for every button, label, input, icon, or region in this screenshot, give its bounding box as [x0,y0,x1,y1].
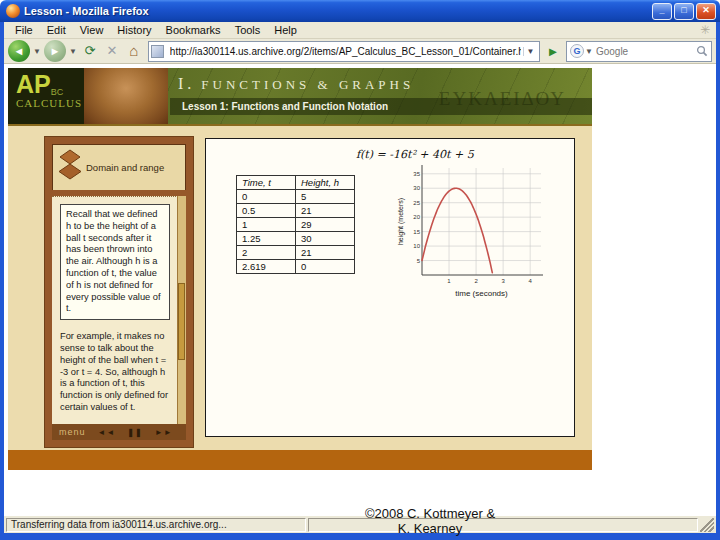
forward-dropdown-icon[interactable]: ▼ [69,47,77,56]
menu-bookmarks[interactable]: Bookmarks [159,23,228,37]
svg-text:1: 1 [447,278,451,284]
table-cell: 1 [237,218,296,232]
search-magnifier-icon[interactable] [696,45,708,57]
unit-number: I. [178,75,195,92]
lesson-sidebar: Domain and range Recall that we defined … [45,137,193,447]
table-row: 129 [237,218,355,232]
euclid-portrait-image [84,68,168,126]
minimize-button[interactable]: _ [652,3,672,20]
svg-text:20: 20 [413,214,420,220]
svg-text:3: 3 [501,278,505,284]
table-row: 05 [237,190,355,204]
close-button[interactable]: ✕ [696,3,716,20]
search-engine-dropdown-icon[interactable]: ▼ [585,47,593,56]
function-formula: f(t) = -16t² + 40t + 5 [356,148,474,161]
slide: Lesson - Mozilla Firefox _ □ ✕ FileEditV… [0,0,720,540]
table-cell: 30 [296,232,355,246]
logo-calculus-text: CALCULUS [16,97,84,109]
table-cell: 1.25 [237,232,296,246]
table-row: 0.521 [237,204,355,218]
svg-text:35: 35 [413,171,420,177]
window-titlebar: Lesson - Mozilla Firefox _ □ ✕ [0,0,720,22]
unit-title: I.FUNCTIONS & GRAPHS [178,75,414,93]
copyright-overlay: ©2008 C. Kottmeyer & K. Kearney [290,506,570,536]
table-row: 221 [237,246,355,260]
home-button[interactable]: ⌂ [124,41,144,61]
table-cell: 29 [296,218,355,232]
svg-text:30: 30 [413,185,420,191]
stop-button[interactable]: ✕ [102,41,122,61]
svg-text:10: 10 [413,243,420,249]
sidebar-paragraph: Recall that we defined h to be the heigh… [60,204,170,320]
search-input[interactable] [594,45,696,58]
back-dropdown-icon[interactable]: ▼ [33,47,41,56]
resize-grip[interactable] [700,518,714,532]
svg-text:4: 4 [529,278,533,284]
menu-help[interactable]: Help [267,23,304,37]
flash-lesson-content: APBC CALCULUS I.FUNCTIONS & GRAPHS Lesso… [8,68,592,470]
height-graph: 51015202530351234time (seconds)height (m… [396,163,546,301]
table-cell: 21 [296,246,355,260]
forward-button[interactable]: ► [44,40,66,62]
sidebar-scrollbar[interactable] [177,196,186,424]
menu-file[interactable]: File [8,23,40,37]
main-content-panel: f(t) = -16t² + 40t + 5 Time, t Height, h… [205,138,575,437]
data-table: Time, t Height, h 050.5211291.25302212.6… [236,175,355,274]
table-cell: 5 [296,190,355,204]
copyright-line1: ©2008 C. Kottmeyer & [290,506,570,521]
reload-button[interactable]: ⟳ [80,41,100,61]
maximize-button[interactable]: □ [674,3,694,20]
menu-edit[interactable]: Edit [40,23,73,37]
url-dropdown-icon[interactable]: ▼ [523,47,537,56]
url-bar[interactable]: ▼ [148,41,540,62]
svg-text:5: 5 [417,258,421,264]
table-header-time: Time, t [237,176,296,190]
pause-button[interactable]: ❚❚ [127,428,142,437]
lesson-header-banner: APBC CALCULUS I.FUNCTIONS & GRAPHS Lesso… [8,68,592,126]
window-border-right [716,22,720,533]
svg-text:25: 25 [413,200,420,206]
go-button[interactable]: ► [544,44,562,59]
svg-text:time (seconds): time (seconds) [455,289,508,298]
player-control-bar: menu ◄◄ ❚❚ ►► [52,424,186,440]
abacus-bead-icon [58,149,82,185]
firefox-icon [6,4,20,18]
menu-bar: FileEditViewHistoryBookmarksToolsHelp✳ [4,22,716,39]
sidebar-paragraph: For example, it makes no sense to talk a… [60,331,170,414]
search-bar[interactable]: G ▼ [566,41,712,62]
scrollbar-thumb[interactable] [178,283,185,361]
forward-play-button[interactable]: ►► [155,428,173,437]
page-favicon [151,45,164,58]
navigation-toolbar: ◄ ▼ ► ▼ ⟳ ✕ ⌂ ▼ ► G ▼ [4,39,716,64]
table-cell: 0 [296,260,355,274]
unit-name: FUNCTIONS & GRAPHS [201,77,414,92]
window-title: Lesson - Mozilla Firefox [24,5,652,17]
menu-view[interactable]: View [73,23,111,37]
sidebar-topic-header: Domain and range [52,144,186,196]
table-cell: 21 [296,204,355,218]
menu-history[interactable]: History [110,23,158,37]
sidebar-topic-label: Domain and range [86,162,164,173]
lesson-body: Domain and range Recall that we defined … [8,126,592,450]
svg-text:2: 2 [474,278,478,284]
table-cell: 0.5 [237,204,296,218]
table-cell: 0 [237,190,296,204]
sidebar-text-area: Recall that we defined h to be the heigh… [52,196,178,424]
menu-tools[interactable]: Tools [228,23,268,37]
rewind-button[interactable]: ◄◄ [98,428,116,437]
table-header-height: Height, h [296,176,355,190]
ap-calculus-logo: APBC CALCULUS [8,68,84,126]
lesson-title: Lesson 1: Functions and Function Notatio… [170,101,388,112]
google-icon: G [570,44,584,58]
back-button[interactable]: ◄ [8,40,30,62]
flash-footer-band [8,450,592,470]
browser-viewport: APBC CALCULUS I.FUNCTIONS & GRAPHS Lesso… [4,64,716,515]
copyright-line2: K. Kearney [290,521,570,536]
url-input[interactable] [168,45,523,58]
menu-button[interactable]: menu [59,427,86,437]
table-row: 1.2530 [237,232,355,246]
throbber-icon: ✳ [700,23,710,37]
status-text: Transferring data from ia300114.us.archi… [6,518,306,532]
svg-text:15: 15 [413,229,420,235]
logo-bc-text: BC [51,87,64,97]
